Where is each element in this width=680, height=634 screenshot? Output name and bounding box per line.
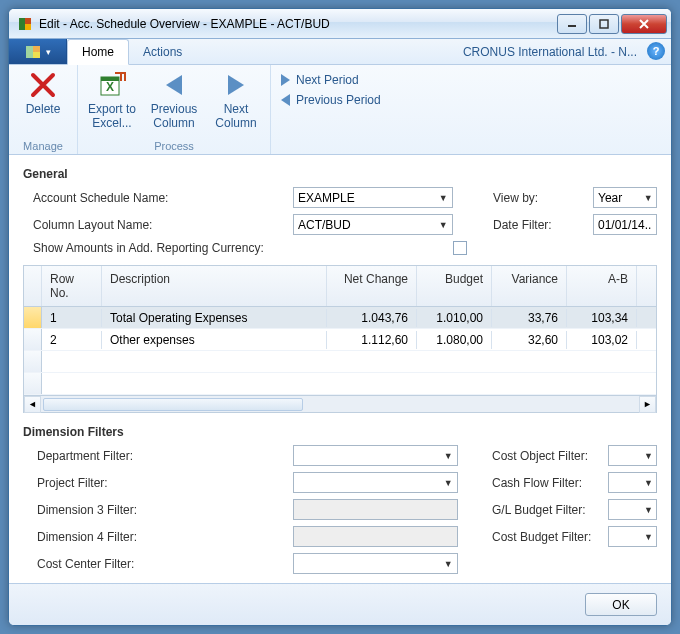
gl-budget-filter-combo[interactable]: ▼ bbox=[608, 499, 657, 520]
col-header-variance[interactable]: Variance bbox=[492, 266, 567, 306]
department-filter-combo[interactable]: ▼ bbox=[293, 445, 458, 466]
app-menu-button[interactable]: ▾ bbox=[9, 39, 67, 64]
minimize-button[interactable] bbox=[557, 14, 587, 34]
cash-flow-filter-label: Cash Flow Filter: bbox=[478, 476, 608, 490]
delete-button[interactable]: Delete bbox=[17, 69, 69, 117]
export-excel-button[interactable]: X Export to Excel... bbox=[86, 69, 138, 131]
table-row[interactable]: 2 Other expenses 1.112,60 1.080,00 32,60… bbox=[24, 329, 656, 351]
department-filter-label: Department Filter: bbox=[23, 449, 293, 463]
maximize-button[interactable] bbox=[589, 14, 619, 34]
col-header-description[interactable]: Description bbox=[102, 266, 327, 306]
column-layout-label: Column Layout Name: bbox=[23, 218, 293, 232]
cost-budget-filter-combo[interactable]: ▼ bbox=[608, 526, 657, 547]
svg-rect-6 bbox=[33, 46, 40, 52]
dimension4-filter-combo bbox=[293, 526, 458, 547]
svg-rect-7 bbox=[33, 52, 40, 58]
ribbon: Delete Manage X Export to Excel... Previ… bbox=[9, 65, 671, 155]
content-area: General Account Schedule Name: ▼ View by… bbox=[9, 155, 671, 583]
cash-flow-filter-combo[interactable]: ▼ bbox=[608, 472, 657, 493]
dimension-filters-form: Department Filter: ▼ Cost Object Filter:… bbox=[23, 445, 657, 574]
tab-home[interactable]: Home bbox=[67, 39, 129, 65]
view-by-label: View by: bbox=[483, 191, 593, 205]
account-schedule-combo[interactable]: ▼ bbox=[293, 187, 453, 208]
cell-netchange: 1.043,76 bbox=[327, 309, 417, 327]
next-column-button[interactable]: Next Column bbox=[210, 69, 262, 131]
general-form: Account Schedule Name: ▼ View by: ▼ Colu… bbox=[23, 187, 657, 255]
view-by-combo[interactable]: ▼ bbox=[593, 187, 657, 208]
date-filter-input[interactable] bbox=[598, 218, 652, 232]
col-header-ab[interactable]: A-B bbox=[567, 266, 637, 306]
titlebar[interactable]: Edit - Acc. Schedule Overview - EXAMPLE … bbox=[9, 9, 671, 39]
ok-button[interactable]: OK bbox=[585, 593, 657, 616]
show-amounts-checkbox[interactable] bbox=[453, 241, 467, 255]
dropdown-icon[interactable]: ▼ bbox=[441, 448, 455, 463]
menubar: ▾ Home Actions CRONUS International Ltd.… bbox=[9, 39, 671, 65]
scroll-left-button[interactable]: ◄ bbox=[24, 396, 41, 413]
row-selector[interactable] bbox=[24, 307, 42, 328]
cost-object-filter-combo[interactable]: ▼ bbox=[608, 445, 657, 466]
show-amounts-label: Show Amounts in Add. Reporting Currency: bbox=[23, 241, 453, 255]
dropdown-icon[interactable]: ▼ bbox=[643, 502, 654, 517]
previous-period-button[interactable]: Previous Period bbox=[281, 93, 381, 107]
scroll-right-button[interactable]: ► bbox=[639, 396, 656, 413]
dropdown-icon[interactable]: ▼ bbox=[441, 475, 455, 490]
dimension4-filter-label: Dimension 4 Filter: bbox=[23, 530, 293, 544]
dropdown-icon[interactable]: ▼ bbox=[643, 448, 654, 463]
delete-icon bbox=[27, 69, 59, 101]
column-layout-combo[interactable]: ▼ bbox=[293, 214, 453, 235]
cost-center-filter-combo[interactable]: ▼ bbox=[293, 553, 458, 574]
view-by-input[interactable] bbox=[598, 191, 642, 205]
table-row-empty[interactable] bbox=[24, 373, 656, 395]
svg-rect-4 bbox=[600, 20, 608, 28]
svg-rect-1 bbox=[25, 18, 31, 24]
dropdown-icon[interactable]: ▼ bbox=[642, 190, 654, 205]
col-header-netchange[interactable]: Net Change bbox=[327, 266, 417, 306]
app-window: Edit - Acc. Schedule Overview - EXAMPLE … bbox=[8, 8, 672, 626]
tab-actions[interactable]: Actions bbox=[129, 39, 196, 64]
column-layout-input[interactable] bbox=[298, 218, 436, 232]
data-grid: Row No. Description Net Change Budget Va… bbox=[23, 265, 657, 413]
ribbon-period-links: Next Period Previous Period bbox=[271, 65, 391, 154]
dropdown-icon[interactable]: ▼ bbox=[436, 217, 450, 232]
company-label[interactable]: CRONUS International Ltd. - N... bbox=[463, 39, 641, 64]
scroll-thumb[interactable] bbox=[43, 398, 303, 411]
window-title: Edit - Acc. Schedule Overview - EXAMPLE … bbox=[39, 17, 555, 31]
cell-rownum: 2 bbox=[42, 331, 102, 349]
cell-variance: 32,60 bbox=[492, 331, 567, 349]
group-label-manage: Manage bbox=[23, 140, 63, 152]
previous-period-icon bbox=[281, 94, 290, 106]
table-row[interactable]: 1 Total Operating Expenses 1.043,76 1.01… bbox=[24, 307, 656, 329]
group-label-process: Process bbox=[154, 140, 194, 152]
cell-ab: 103,02 bbox=[567, 331, 637, 349]
row-selector[interactable] bbox=[24, 329, 42, 350]
next-column-icon bbox=[220, 69, 252, 101]
cell-netchange: 1.112,60 bbox=[327, 331, 417, 349]
cell-budget: 1.010,00 bbox=[417, 309, 492, 327]
table-row-empty[interactable] bbox=[24, 351, 656, 373]
dimension3-filter-combo bbox=[293, 499, 458, 520]
help-button[interactable]: ? bbox=[647, 42, 665, 60]
svg-rect-5 bbox=[26, 46, 33, 58]
col-header-budget[interactable]: Budget bbox=[417, 266, 492, 306]
dimension-filters-heading: Dimension Filters bbox=[23, 425, 657, 439]
cell-budget: 1.080,00 bbox=[417, 331, 492, 349]
close-button[interactable] bbox=[621, 14, 667, 34]
gl-budget-filter-label: G/L Budget Filter: bbox=[478, 503, 608, 517]
dropdown-icon[interactable]: ▼ bbox=[643, 529, 654, 544]
project-filter-combo[interactable]: ▼ bbox=[293, 472, 458, 493]
horizontal-scrollbar[interactable]: ◄ ► bbox=[24, 395, 656, 412]
account-schedule-input[interactable] bbox=[298, 191, 436, 205]
date-filter-field[interactable] bbox=[593, 214, 657, 235]
next-period-button[interactable]: Next Period bbox=[281, 73, 381, 87]
cost-center-filter-label: Cost Center Filter: bbox=[23, 557, 293, 571]
svg-rect-3 bbox=[568, 25, 576, 27]
dropdown-icon[interactable]: ▼ bbox=[436, 190, 450, 205]
previous-column-button[interactable]: Previous Column bbox=[148, 69, 200, 131]
app-icon bbox=[17, 16, 33, 32]
grid-body: 1 Total Operating Expenses 1.043,76 1.01… bbox=[24, 307, 656, 395]
dropdown-icon[interactable]: ▼ bbox=[643, 475, 654, 490]
dropdown-icon[interactable]: ▼ bbox=[441, 556, 455, 571]
col-header-rownum[interactable]: Row No. bbox=[42, 266, 102, 306]
cell-variance: 33,76 bbox=[492, 309, 567, 327]
grid-header: Row No. Description Net Change Budget Va… bbox=[24, 266, 656, 307]
